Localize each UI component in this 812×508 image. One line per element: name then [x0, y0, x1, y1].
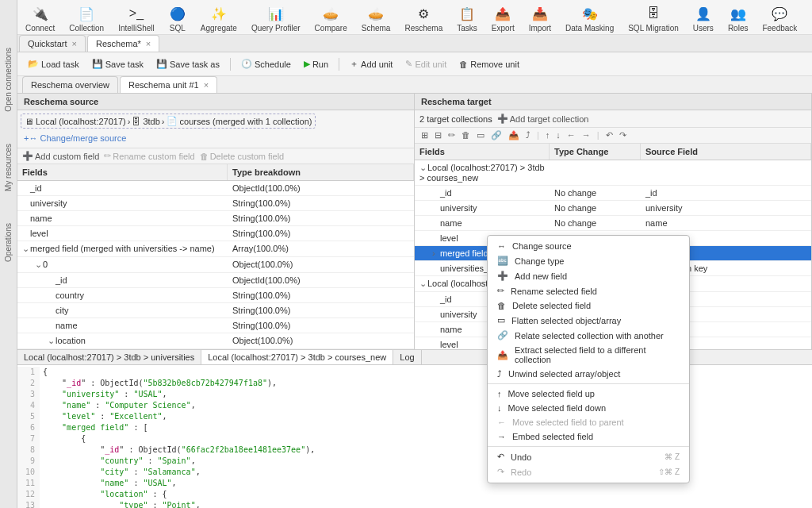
source-col-type[interactable]: Type breakdown — [228, 164, 414, 180]
menu-item-move-selected-field-up[interactable]: ↑Move selected field up — [488, 387, 689, 401]
table-row[interactable]: countryString(100.0%) — [17, 288, 414, 303]
import-icon: 📥 — [531, 5, 549, 22]
tool-icon[interactable]: ⊞ — [419, 130, 430, 140]
roles-icon: 👥 — [730, 5, 747, 22]
add-unit-button[interactable]: ＋Add unit — [344, 56, 398, 72]
bottom-tab[interactable]: Local (localhost:27017) > 3tdb > courses… — [201, 350, 393, 364]
operations-tab[interactable]: Operations — [4, 223, 13, 262]
move-up-icon[interactable]: ↑ — [544, 130, 552, 140]
table-row[interactable]: universityNo changeuniversity — [415, 201, 811, 216]
toolbar-intellishell[interactable]: >_IntelliShell — [118, 5, 155, 33]
target-col-source[interactable]: Source Field — [641, 144, 811, 160]
toolbar-tasks[interactable]: 📋Tasks — [457, 5, 477, 33]
toolbar-reschema[interactable]: ⚙Reschema — [404, 5, 442, 33]
menu-item-unwind-selected-array/object[interactable]: ⤴Unwind selected array/object — [488, 367, 689, 381]
menu-icon: ✏ — [497, 286, 504, 296]
toolbar-schema[interactable]: 🥧Schema — [362, 5, 391, 33]
code-viewer[interactable]: 1{2 "_id" : ObjectId("5b832b0e8cb72b4279… — [17, 365, 812, 508]
toolbar-query-profiler[interactable]: 📊Query Profiler — [251, 5, 301, 33]
tool-icon[interactable]: 🔗 — [489, 130, 504, 140]
menu-item-delete-selected-field[interactable]: 🗑Delete selected field — [488, 298, 689, 313]
change-merge-source-button[interactable]: +↔ Change/merge source — [21, 132, 129, 144]
source-header: Reschema source — [17, 94, 414, 110]
table-row[interactable]: universityString(100.0%) — [17, 196, 414, 211]
menu-item-change-type[interactable]: 🔤Change type — [488, 253, 689, 268]
tool-icon[interactable]: ▭ — [475, 130, 486, 140]
menu-item-undo[interactable]: ↶Undo⌘ Z — [488, 449, 689, 464]
run-button[interactable]: ▶Run — [298, 56, 334, 71]
close-icon[interactable]: × — [146, 39, 151, 48]
tool-icon[interactable]: 📤 — [507, 130, 521, 140]
table-row[interactable]: _idObjectId(100.0%) — [17, 181, 414, 196]
menu-icon: 🗑 — [497, 301, 506, 310]
save-task-button[interactable]: 💾Save task — [86, 56, 149, 71]
undo-icon[interactable]: ↶ — [604, 130, 615, 140]
move-left-icon[interactable]: ← — [565, 130, 577, 140]
toolbar-export[interactable]: 📤Export — [492, 5, 515, 33]
toolbar-collection[interactable]: 📄Collection — [69, 5, 104, 33]
tab-quickstart[interactable]: Quickstart× — [19, 35, 86, 52]
toolbar-roles[interactable]: 👥Roles — [728, 5, 749, 33]
table-row[interactable]: ⌄merged field (merged with universities … — [17, 241, 414, 257]
toolbar-compare[interactable]: 🥧Compare — [315, 5, 347, 33]
document-tabs: Quickstart×Reschema*× — [17, 35, 812, 52]
close-icon[interactable]: × — [72, 39, 77, 48]
aggregate-icon: ✨ — [210, 5, 228, 22]
redo-icon[interactable]: ↷ — [618, 130, 628, 140]
schedule-button[interactable]: 🕐Schedule — [236, 56, 297, 71]
table-row[interactable]: ⌄Local (localhost:27017) > 3tdb > course… — [415, 160, 811, 186]
table-row[interactable]: _idNo change_id — [415, 186, 811, 201]
table-row[interactable]: nameString(100.0%) — [17, 211, 414, 226]
bottom-tab[interactable]: Log — [393, 350, 421, 364]
table-row[interactable]: ⌄locationObject(100.0%) — [17, 333, 414, 349]
toolbar-sql[interactable]: 🔵SQL — [169, 5, 186, 33]
toolbar-connect[interactable]: 🔌Connect — [25, 5, 55, 33]
tab-reschema[interactable]: Reschema*× — [87, 35, 159, 52]
table-row[interactable]: levelString(100.0%) — [17, 226, 414, 241]
delete-custom-field-button[interactable]: 🗑Delete custom field — [200, 151, 285, 161]
table-row[interactable]: ⌄0Object(100.0%) — [17, 257, 414, 273]
toolbar-aggregate[interactable]: ✨Aggregate — [201, 5, 237, 33]
menu-item-change-source[interactable]: ↔Change source — [488, 239, 689, 253]
menu-item-relate-selected-collection-with-another[interactable]: 🔗Relate selected collection with another — [488, 328, 689, 343]
add-custom-field-button[interactable]: ➕Add custom field — [22, 151, 99, 161]
edit-unit-button[interactable]: ✎Edit unit — [400, 56, 452, 71]
menu-item-rename-selected-field[interactable]: ✏Rename selected field — [488, 283, 689, 298]
target-col-fields[interactable]: Fields — [415, 144, 550, 160]
toolbar-sql-migration[interactable]: 🗄SQL Migration — [628, 5, 679, 33]
remove-unit-button[interactable]: 🗑Remove unit — [454, 57, 525, 71]
secondary-toolbar: 📂Load task 💾Save task 💾Save task as 🕐Sch… — [17, 52, 812, 76]
my-resources-tab[interactable]: My resources — [4, 144, 13, 191]
rename-custom-field-button[interactable]: ✏Rename custom field — [104, 151, 194, 161]
menu-item-move-selected-field-down[interactable]: ↓Move selected field down — [488, 401, 689, 415]
menu-item-extract-selected-field-to-a-different-collection[interactable]: 📤Extract selected field to a different c… — [488, 343, 689, 367]
move-down-icon[interactable]: ↓ — [554, 130, 562, 140]
load-task-button[interactable]: 📂Load task — [22, 56, 85, 71]
tool-icon[interactable]: ⤴ — [524, 130, 532, 140]
open-connections-tab[interactable]: Open connections — [4, 48, 13, 112]
table-row[interactable]: nameNo changename — [415, 216, 811, 231]
table-row[interactable]: _idObjectId(100.0%) — [17, 273, 414, 288]
menu-item-add-new-field[interactable]: ➕Add new field — [488, 268, 689, 283]
add-target-collection-button[interactable]: ➕Add target collection — [497, 114, 589, 124]
menu-item-flatten-selected-object/array[interactable]: ▭Flatten selected object/array — [488, 313, 689, 328]
toolbar-data-masking[interactable]: 🎭Data Masking — [565, 5, 614, 33]
tool-icon[interactable]: ⊟ — [433, 130, 443, 140]
target-col-change[interactable]: Type Change — [550, 144, 641, 160]
toolbar-feedback[interactable]: 💬Feedback — [762, 5, 797, 33]
table-row[interactable]: nameString(100.0%) — [17, 318, 414, 333]
move-right-icon[interactable]: → — [580, 130, 592, 140]
menu-item-embed-selected-field[interactable]: →Embed selected field — [488, 429, 689, 444]
toolbar-import[interactable]: 📥Import — [529, 5, 551, 33]
unit-tab[interactable]: Reschema unit #1× — [120, 76, 217, 93]
tool-icon[interactable]: ✏ — [446, 130, 457, 140]
toolbar-users[interactable]: 👤Users — [693, 5, 714, 33]
table-row[interactable]: cityString(100.0%) — [17, 303, 414, 318]
bottom-tab[interactable]: Local (localhost:27017) > 3tdb > univers… — [17, 350, 201, 364]
source-col-fields[interactable]: Fields — [17, 164, 228, 180]
save-task-as-button[interactable]: 💾Save task as — [151, 56, 225, 71]
unit-tab[interactable]: Reschema overview — [22, 76, 118, 93]
source-breadcrumb[interactable]: 🖥 Local (localhost:27017) › 🗄 3tdb › 📄 c… — [21, 114, 316, 129]
close-icon[interactable]: × — [204, 80, 209, 90]
tool-icon[interactable]: 🗑 — [460, 130, 472, 140]
